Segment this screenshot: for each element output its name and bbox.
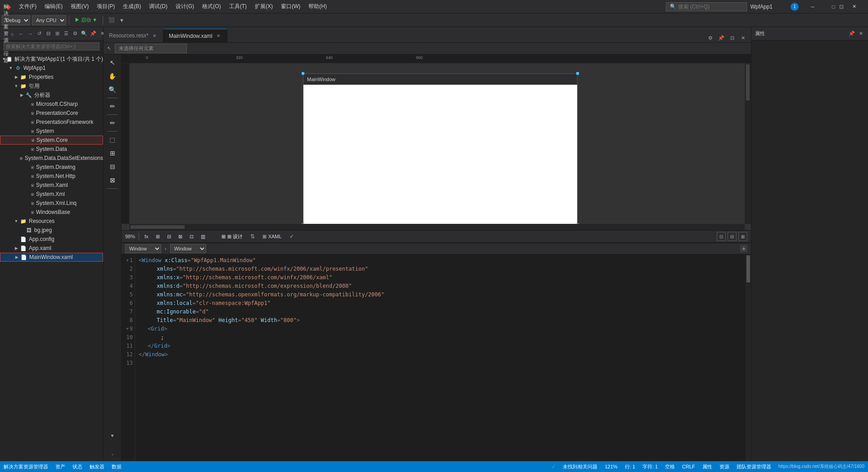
menu-project[interactable]: 项目(P) — [93, 1, 118, 12]
menu-tools[interactable]: 工具(T) — [226, 1, 250, 12]
tree-item-solution[interactable]: ▼ 📋 解决方案'WpfApp1'(1 个项目/共 1 个) — [0, 54, 103, 64]
tab-maximize-icon[interactable]: ⊡ — [728, 33, 737, 42]
split-both-btn[interactable]: ⊟ — [728, 232, 737, 241]
tree-item-system-core[interactable]: ※ System.Core — [0, 136, 103, 145]
eyedropper-tool[interactable]: ✏ — [106, 100, 119, 113]
expand-icon-refs[interactable]: ▼ — [13, 84, 20, 88]
se-collapse-icon[interactable]: ⊟ — [45, 30, 52, 37]
se-props-icon[interactable]: ⊞ — [54, 30, 61, 37]
se-filter-icon[interactable]: ☰ — [63, 30, 70, 37]
solution-search-input[interactable] — [4, 42, 99, 50]
state-tab[interactable]: 状态 — [72, 463, 82, 470]
grid-layout-btn[interactable]: ⊞ — [154, 233, 162, 241]
menu-format[interactable]: 格式(O) — [199, 1, 224, 12]
resize-handle-tl[interactable] — [302, 72, 304, 75]
se-settings-icon[interactable]: ⚙ — [72, 30, 79, 37]
xaml-tab[interactable]: ⊞ XAML — [259, 232, 285, 241]
grid-tool[interactable]: ⊞ — [106, 147, 119, 159]
zoom-tool[interactable]: 🔍 — [106, 83, 119, 96]
tree-item-microsoft-csharp[interactable]: ※ Microsoft.CSharp — [0, 100, 103, 109]
design-scrollbar-right[interactable] — [745, 64, 751, 224]
tree-item-mainwindow-xaml[interactable]: ▶ 📄 MainWindow.xaml — [0, 253, 103, 262]
menu-extend[interactable]: 扩展(X) — [251, 1, 276, 12]
design-scrollbar-h-thumb[interactable] — [131, 225, 185, 229]
element-selector[interactable]: 未选择任何元素 — [115, 44, 187, 53]
zoom-formula-btn[interactable]: fx — [143, 233, 150, 240]
close-tab-mainwindow-xaml[interactable]: ✕ — [215, 33, 222, 39]
fold-1[interactable]: ▼ — [126, 256, 128, 265]
tree-item-presentation-framework[interactable]: ※ PresentationFramework — [0, 118, 103, 127]
xaml-scrollbar[interactable] — [746, 254, 751, 461]
menu-edit[interactable]: 编辑(E) — [41, 1, 66, 12]
tab-pin-icon[interactable]: 📌 — [717, 33, 726, 42]
triggers-tab[interactable]: 触发器 — [90, 463, 104, 470]
tab-mainwindow-xaml[interactable]: MainWindow.xaml ✕ — [163, 29, 227, 42]
fold-9[interactable]: ▼ — [126, 325, 128, 333]
side-tab-label[interactable]: » — [106, 450, 119, 459]
tab-resources-resx[interactable]: Resources.resx* ✕ — [104, 29, 163, 42]
props-close-icon[interactable]: ✕ — [857, 30, 864, 37]
tree-item-system-net-http[interactable]: ※ System.Net.Http — [0, 172, 103, 181]
design-area[interactable]: MainWindow — [122, 64, 751, 230]
menu-file[interactable]: 文件(F) — [15, 1, 40, 12]
resize-handle-tr[interactable] — [576, 72, 579, 75]
data-tab[interactable]: 数据 — [112, 463, 122, 470]
platform-select[interactable]: Any CPU — [32, 15, 66, 25]
hand-tool[interactable]: ✋ — [106, 70, 119, 82]
props-pin-icon[interactable]: 📌 — [848, 30, 855, 37]
xaml-code-body[interactable]: <Window x:Class="WpfApp1.MainWindow" xml… — [135, 254, 746, 461]
assets-tab[interactable]: 资产 — [55, 463, 65, 470]
tree-item-windows-base[interactable]: ※ WindowsBase — [0, 208, 103, 217]
table-tool[interactable]: ⊟ — [106, 160, 119, 173]
menu-build[interactable]: 生成(B) — [119, 1, 145, 12]
menu-design[interactable]: 设计(G) — [172, 1, 198, 12]
xaml-scroll-thumb[interactable] — [746, 255, 750, 282]
expand-icon-properties[interactable]: ▶ — [13, 75, 20, 79]
expand-icon-solution[interactable]: ▼ — [1, 57, 7, 61]
minimize-button[interactable]: ─ — [802, 0, 823, 14]
global-search[interactable]: 🔍 — [666, 2, 747, 11]
xaml-add-btn[interactable]: + — [740, 245, 747, 252]
split-top-btn[interactable]: ⊡ — [717, 232, 726, 241]
xaml-scope-right[interactable]: Window — [170, 244, 206, 253]
expand-icon-analyzer[interactable]: ▶ — [18, 93, 25, 97]
tree-item-system-drawing[interactable]: ※ System.Drawing — [0, 163, 103, 172]
select-tool[interactable]: ⬚ — [106, 133, 119, 146]
table-layout-btn[interactable]: ⊟ — [165, 233, 173, 241]
tab-ctrl-btn[interactable]: ⚙ — [706, 33, 715, 42]
tree-item-wpfapp1[interactable]: ▼ ⚙ WpfApp1 — [0, 64, 103, 73]
tree-item-system-xml-linq[interactable]: ※ System.Xml.Linq — [0, 199, 103, 208]
expand-icon-resources[interactable]: ▼ — [13, 219, 20, 223]
properties-tab[interactable]: 属性 — [702, 463, 712, 470]
capture-tool[interactable]: ⊠ — [106, 174, 119, 186]
snap-btn[interactable]: ⊠ — [176, 233, 184, 241]
tree-item-resources[interactable]: ▼ 📁 Resources — [0, 217, 103, 226]
menu-help[interactable]: 帮助(H) — [305, 1, 330, 12]
menu-debug[interactable]: 调试(D) — [145, 1, 171, 12]
tree-item-system-data-dataset[interactable]: ※ System.Data.DataSetExtensions — [0, 154, 103, 163]
edit-tool[interactable]: ✏ — [106, 117, 119, 129]
swap-icon[interactable]: ⇅ — [248, 232, 257, 241]
design-scrollbar-bottom[interactable] — [130, 224, 745, 230]
window-frame[interactable]: MainWindow — [303, 73, 578, 225]
se-search-icon[interactable]: 🔍 — [81, 30, 88, 37]
tree-item-presentation-core[interactable]: ※ PresentationCore — [0, 109, 103, 118]
pointer-tool[interactable]: ↖ — [106, 56, 119, 69]
close-tab-resources-resx[interactable]: ✕ — [151, 32, 158, 39]
se-back-icon[interactable]: ← — [18, 30, 25, 37]
tree-item-app-config[interactable]: 📄 App.config — [0, 235, 103, 244]
menu-window[interactable]: 窗口(W) — [277, 1, 304, 12]
expand-icon-app-xaml[interactable]: ▶ — [13, 246, 20, 250]
tree-item-system[interactable]: ※ System — [0, 127, 103, 136]
se-refresh-icon[interactable]: ↺ — [36, 30, 43, 37]
xaml-check-icon[interactable]: ✓ — [287, 232, 296, 241]
global-search-input[interactable] — [678, 4, 732, 10]
tree-item-system-data[interactable]: ※ System.Data — [0, 145, 103, 154]
expand-icon-mainwindow[interactable]: ▶ — [13, 255, 20, 259]
expand-icon-wpfapp1[interactable]: ▼ — [7, 66, 14, 70]
start-button[interactable]: ▶ 启动 ▼ — [72, 16, 100, 24]
window-content[interactable] — [303, 85, 577, 224]
se-forward-icon[interactable]: → — [27, 30, 34, 37]
extra-right-btn[interactable]: ⊡ — [836, 0, 847, 14]
tree-item-system-xml[interactable]: ※ System.Xml — [0, 190, 103, 199]
